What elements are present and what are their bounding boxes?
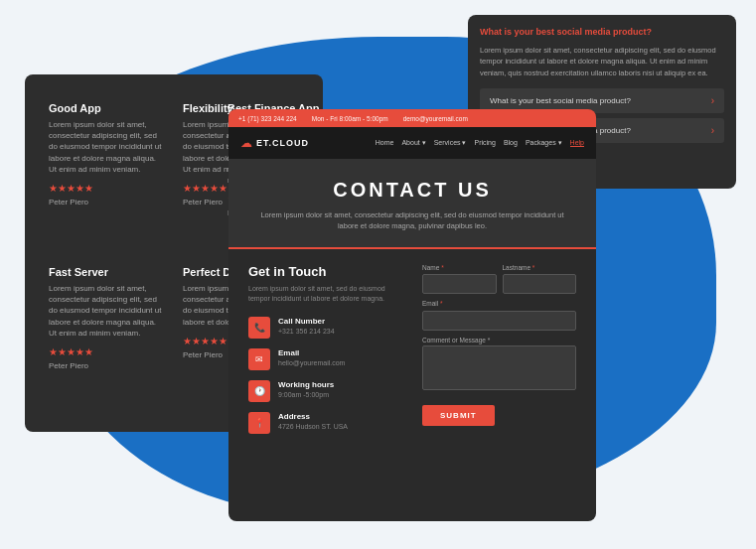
contact-top-bar: +1 (71) 323 244 224 Mon - Fri 8:00am - 5… xyxy=(228,109,596,127)
phone-icon: 📞 xyxy=(254,323,265,333)
submit-button[interactable]: SUBMIT xyxy=(422,405,495,426)
comment-label: Comment or Message * xyxy=(422,337,576,343)
clock-icon-box: 🕐 xyxy=(248,380,270,402)
required-marker: * xyxy=(441,264,444,271)
email-label: Email * xyxy=(422,300,576,307)
feature-item-good-app: Good App Lorem ipsum dolor sit amet, con… xyxy=(45,94,169,248)
contact-info-phone: 📞 Call Number +321 356 214 234 xyxy=(248,317,402,339)
feature-item-fast-server: Fast Server Lorem ipsum dolor sit amet, … xyxy=(45,258,169,412)
nav-link-about[interactable]: About ▾ xyxy=(401,139,425,147)
feature-title: Good App xyxy=(49,102,165,114)
contact-hours-label: Working hours xyxy=(278,380,334,389)
nav-logo: ☁ ET.CLOUD xyxy=(240,136,309,150)
form-comment-row: Comment or Message * xyxy=(422,337,576,394)
nav-link-services[interactable]: Services ▾ xyxy=(434,139,467,147)
contact-hero: CONTACT US Lorem ipsum dolor sit amet, c… xyxy=(228,159,596,249)
contact-address-value: 4726 Hudson ST. USA xyxy=(278,423,348,430)
email-icon-box: ✉ xyxy=(248,348,270,370)
form-name-row: Name * Lastname * xyxy=(422,264,576,295)
form-email-row: Email * xyxy=(422,300,576,331)
contact-hours-value: 9:00am -5:00pm xyxy=(278,391,334,398)
feature-title: Fast Server xyxy=(49,266,165,278)
nav-link-packages[interactable]: Packages ▾ xyxy=(526,139,562,147)
form-name-field: Name * xyxy=(422,264,497,295)
contact-card: +1 (71) 323 244 224 Mon - Fri 8:00am - 5… xyxy=(228,109,596,521)
nav-logo-text: ET.CLOUD xyxy=(256,138,309,148)
contact-info-address-text: Address 4726 Hudson ST. USA xyxy=(278,412,348,430)
contact-info-phone-text: Call Number +321 356 214 234 xyxy=(278,317,335,335)
contact-address-label: Address xyxy=(278,412,348,421)
contact-info-hours-text: Working hours 9:00am -5:00pm xyxy=(278,380,334,398)
top-bar-hours: Mon - Fri 8:00am - 5:00pm xyxy=(312,115,388,122)
lastname-input[interactable] xyxy=(503,274,577,294)
cloud-icon: ☁ xyxy=(240,136,252,150)
comment-textarea[interactable] xyxy=(422,345,576,390)
contact-body: Get in Touch Lorem ipsum dolor sit amet,… xyxy=(228,249,596,459)
feature-desc: Lorem ipsum dolor sit amet, consectetur … xyxy=(49,283,165,339)
chevron-right-icon: › xyxy=(711,125,714,136)
contact-info-hours: 🕐 Working hours 9:00am -5:00pm xyxy=(248,380,402,402)
contact-hero-desc: Lorem ipsum dolor sit amet, consectetur … xyxy=(253,209,571,232)
form-email-field: Email * xyxy=(422,300,576,331)
form-lastname-field: Lastname * xyxy=(503,264,577,295)
contact-info-address: 📍 Address 4726 Hudson ST. USA xyxy=(248,412,402,434)
email-input[interactable] xyxy=(422,311,576,331)
contact-email-label: Email xyxy=(278,348,345,357)
chevron-right-icon: › xyxy=(711,95,714,106)
nav-link-home[interactable]: Home xyxy=(376,139,394,147)
required-marker: * xyxy=(532,264,535,271)
feature-reviewer: Peter Piero xyxy=(49,361,165,370)
required-marker: * xyxy=(440,300,443,307)
get-in-touch-title: Get in Touch xyxy=(248,264,402,279)
lastname-label: Lastname * xyxy=(503,264,577,271)
name-label: Name * xyxy=(422,264,497,271)
contact-navbar: ☁ ET.CLOUD Home About ▾ Services ▾ Prici… xyxy=(228,127,596,159)
contact-hero-title: CONTACT US xyxy=(253,179,571,202)
email-icon: ✉ xyxy=(255,354,263,364)
feature-stars: ★★★★★ xyxy=(49,346,165,357)
contact-form-panel: Name * Lastname * Email * Comment or Mes… xyxy=(422,264,576,444)
form-comment-field: Comment or Message * xyxy=(422,337,576,394)
name-input[interactable] xyxy=(422,274,497,294)
phone-icon-box: 📞 xyxy=(248,317,270,339)
get-in-touch-desc: Lorem ipsum dolor sit amet, sed do eiusm… xyxy=(248,284,402,305)
feature-desc: Lorem ipsum dolor sit amet, consectetur … xyxy=(49,119,165,175)
contact-phone-label: Call Number xyxy=(278,317,335,326)
feature-stars: ★★★★★ xyxy=(49,183,165,194)
contact-email-value: hello@youremail.com xyxy=(278,359,345,366)
contact-info-email: ✉ Email hello@youremail.com xyxy=(248,348,402,370)
contact-phone-value: +321 356 214 234 xyxy=(278,328,335,335)
contact-info-email-text: Email hello@youremail.com xyxy=(278,348,345,366)
top-bar-phone: +1 (71) 323 244 224 xyxy=(238,115,297,122)
feature-reviewer: Peter Piero xyxy=(49,198,165,206)
top-bar-email: demo@youremail.com xyxy=(403,115,468,122)
faq-description: Lorem ipsum dolor sit amet, consectetur … xyxy=(480,45,724,78)
location-icon: 📍 xyxy=(254,418,265,428)
contact-left-panel: Get in Touch Lorem ipsum dolor sit amet,… xyxy=(248,264,402,444)
nav-link-blog[interactable]: Blog xyxy=(504,139,518,147)
location-icon-box: 📍 xyxy=(248,412,270,434)
nav-link-help[interactable]: Help xyxy=(570,139,584,147)
faq-main-question: What is your best social media product? xyxy=(480,27,724,37)
nav-link-pricing[interactable]: Pricing xyxy=(474,139,495,147)
nav-links: Home About ▾ Services ▾ Pricing Blog Pac… xyxy=(376,139,584,147)
clock-icon: 🕐 xyxy=(254,386,265,396)
faq-item-text: What is your best social media product? xyxy=(490,96,631,105)
